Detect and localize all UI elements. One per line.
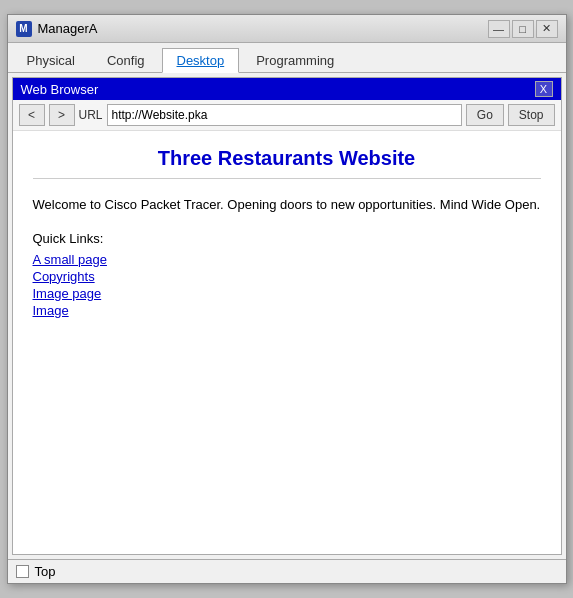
tab-bar: Physical Config Desktop Programming (8, 43, 566, 73)
forward-button[interactable]: > (49, 104, 75, 126)
browser-title-label: Web Browser (21, 82, 99, 97)
url-input[interactable] (107, 104, 462, 126)
title-buttons: — □ ✕ (488, 20, 558, 38)
main-window: M ManagerA — □ ✕ Physical Config Desktop… (7, 14, 567, 584)
link-image[interactable]: Image (33, 303, 541, 318)
top-checkbox[interactable] (16, 565, 29, 578)
tab-config[interactable]: Config (92, 48, 160, 73)
main-content-area: Web Browser X < > URL Go Stop Three Rest… (12, 77, 562, 555)
link-small-page[interactable]: A small page (33, 252, 541, 267)
top-label: Top (35, 564, 56, 579)
browser-content: Three Restaurants Website Welcome to Cis… (13, 131, 561, 554)
maximize-button[interactable]: □ (512, 20, 534, 38)
tab-programming[interactable]: Programming (241, 48, 349, 73)
link-image-page[interactable]: Image page (33, 286, 541, 301)
app-icon: M (16, 21, 32, 37)
link-copyrights[interactable]: Copyrights (33, 269, 541, 284)
minimize-button[interactable]: — (488, 20, 510, 38)
title-bar-left: M ManagerA (16, 21, 98, 37)
stop-button[interactable]: Stop (508, 104, 555, 126)
url-label: URL (79, 108, 103, 122)
tab-physical[interactable]: Physical (12, 48, 90, 73)
title-bar: M ManagerA — □ ✕ (8, 15, 566, 43)
back-button[interactable]: < (19, 104, 45, 126)
quick-links-label: Quick Links: (33, 231, 541, 246)
go-button[interactable]: Go (466, 104, 504, 126)
browser-close-button[interactable]: X (535, 81, 553, 97)
bottom-bar: Top (8, 559, 566, 583)
close-button[interactable]: ✕ (536, 20, 558, 38)
page-heading: Three Restaurants Website (33, 147, 541, 179)
welcome-text: Welcome to Cisco Packet Tracer. Opening … (33, 195, 541, 215)
browser-titlebar: Web Browser X (13, 78, 561, 100)
window-title: ManagerA (38, 21, 98, 36)
browser-toolbar: < > URL Go Stop (13, 100, 561, 131)
tab-desktop[interactable]: Desktop (162, 48, 240, 73)
